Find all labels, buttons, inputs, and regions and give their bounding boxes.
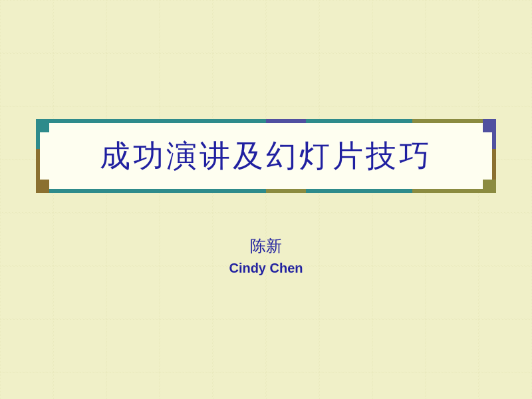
corner-accent-br [483, 180, 496, 193]
slide-title: 成功演讲及幻灯片技巧 [60, 136, 472, 176]
accent-bottom-mid [226, 189, 306, 193]
corner-accent-tr [483, 119, 496, 132]
author-chinese: 陈新 [229, 235, 303, 257]
border-top-left [36, 119, 412, 123]
title-inner: 成功演讲及幻灯片技巧 [40, 123, 492, 190]
author-section: 陈新 Cindy Chen [229, 235, 303, 276]
svg-rect-1 [0, 0, 532, 399]
corner-accent-bl [36, 180, 49, 193]
title-box: 成功演讲及幻灯片技巧 [40, 123, 492, 190]
grid-background [0, 0, 532, 399]
author-english: Cindy Chen [229, 261, 303, 276]
border-bottom-left [36, 189, 412, 193]
slide: 成功演讲及幻灯片技巧 陈新 Cindy Chen [0, 0, 532, 399]
accent-top-mid [226, 119, 306, 123]
corner-accent-tl [36, 119, 49, 132]
